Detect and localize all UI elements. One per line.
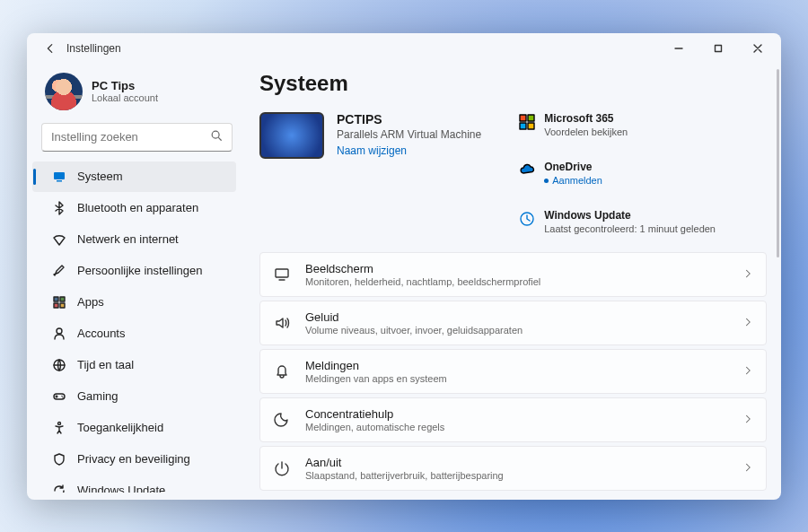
nav-item-time[interactable]: Tijd en taal xyxy=(32,350,236,380)
setting-sub: Volume niveaus, uitvoer, invoer, geluids… xyxy=(305,325,728,336)
nav-item-system[interactable]: Systeem xyxy=(32,161,236,192)
svg-rect-5 xyxy=(60,297,65,301)
svg-point-1 xyxy=(212,131,219,138)
setting-sub: Slaapstand, batterijverbruik, batterijbe… xyxy=(305,470,728,481)
svg-rect-6 xyxy=(54,303,58,308)
setting-row-power[interactable]: Aan/uit Slaapstand, batterijverbruik, ba… xyxy=(259,446,767,491)
search-input[interactable] xyxy=(51,130,210,144)
setting-row-display[interactable]: Beeldscherm Monitoren, helderheid, nacht… xyxy=(259,252,767,297)
nav-item-apps[interactable]: Apps xyxy=(32,287,236,318)
display-icon xyxy=(273,266,291,283)
svg-rect-2 xyxy=(54,172,65,179)
avatar xyxy=(45,73,83,110)
device-model: Parallels ARM Virtual Machine xyxy=(337,128,481,141)
apps-icon xyxy=(52,295,66,310)
chevron-right-icon xyxy=(742,315,753,331)
rename-link[interactable]: Naam wijzigen xyxy=(337,144,481,157)
setting-row-sound[interactable]: Geluid Volume niveaus, uitvoer, invoer, … xyxy=(259,301,767,345)
nav-item-accessibility[interactable]: Toegankelijkheid xyxy=(32,413,236,443)
search-box[interactable] xyxy=(41,123,233,152)
device-thumbnail xyxy=(259,112,324,159)
svg-point-11 xyxy=(58,422,61,424)
setting-title: Concentratiehulp xyxy=(305,407,728,421)
nav-item-network[interactable]: Netwerk en internet xyxy=(32,224,236,255)
tile-onedrive[interactable]: OneDrive Aanmelden xyxy=(519,161,654,186)
globe-icon xyxy=(52,358,66,372)
device-card: PCTIPS Parallels ARM Virtual Machine Naa… xyxy=(259,112,481,159)
settings-window: Instellingen PC Tips Lokaal account Syst… xyxy=(27,33,781,500)
setting-row-focus[interactable]: Concentratiehulp Meldingen, automatische… xyxy=(259,397,767,442)
tile-microsoft365[interactable]: Microsoft 365 Voordelen bekijken xyxy=(519,112,654,137)
brush-icon xyxy=(52,264,66,278)
sound-icon xyxy=(273,314,291,332)
nav-item-gaming[interactable]: Gaming xyxy=(32,381,236,412)
search-icon xyxy=(210,129,223,144)
nav-item-label: Persoonlijke instellingen xyxy=(77,264,202,277)
update-icon xyxy=(519,211,535,227)
accessibility-icon xyxy=(52,421,66,435)
tile-windows-update[interactable]: Windows Update Laatst gecontroleerd: 1 m… xyxy=(519,209,716,234)
nav-item-privacy[interactable]: Privacy en beveiliging xyxy=(32,444,236,475)
page-title: Systeem xyxy=(259,71,772,96)
svg-rect-0 xyxy=(716,45,722,51)
svg-point-8 xyxy=(57,328,62,334)
bell-icon xyxy=(273,362,291,380)
nav-item-label: Accounts xyxy=(77,327,125,340)
nav-item-update[interactable]: Windows Update xyxy=(32,475,236,493)
svg-rect-13 xyxy=(528,115,534,121)
back-button[interactable] xyxy=(38,36,63,61)
svg-rect-14 xyxy=(520,123,526,129)
nav-item-label: Windows Update xyxy=(77,484,165,493)
tile-label: Microsoft 365 xyxy=(544,112,628,125)
tile-sub: Voordelen bekijken xyxy=(544,126,628,137)
person-icon xyxy=(52,327,66,341)
minimize-button[interactable] xyxy=(659,35,698,62)
setting-title: Beeldscherm xyxy=(305,262,728,275)
onedrive-icon xyxy=(519,162,535,179)
svg-rect-12 xyxy=(520,115,526,121)
tile-sub[interactable]: Aanmelden xyxy=(544,175,602,186)
tile-sub: Laatst gecontroleerd: 1 minuut geleden xyxy=(544,223,716,234)
update-icon xyxy=(52,484,66,493)
nav-item-accounts[interactable]: Accounts xyxy=(32,318,236,349)
nav-item-label: Gaming xyxy=(77,389,119,403)
gamepad-icon xyxy=(52,389,66,404)
scrollbar[interactable] xyxy=(777,69,779,257)
nav-item-label: Netwerk en internet xyxy=(77,232,179,246)
setting-title: Geluid xyxy=(305,310,728,324)
user-name: PC Tips xyxy=(92,79,158,93)
bluetooth-icon xyxy=(52,201,66,215)
wifi-icon xyxy=(52,232,66,247)
setting-title: Aan/uit xyxy=(305,456,728,469)
setting-title: Meldingen xyxy=(305,359,728,372)
power-icon xyxy=(273,459,291,477)
moon-icon xyxy=(273,411,291,429)
nav-item-bluetooth[interactable]: Bluetooth en apparaten xyxy=(32,193,236,223)
setting-sub: Meldingen, automatische regels xyxy=(305,422,728,432)
sidebar: PC Tips Lokaal account SysteemBluetooth … xyxy=(27,64,247,500)
system-icon xyxy=(52,170,66,184)
svg-rect-7 xyxy=(60,303,65,308)
microsoft-icon xyxy=(519,114,535,130)
settings-list: Beeldscherm Monitoren, helderheid, nacht… xyxy=(259,252,767,491)
svg-rect-3 xyxy=(57,180,62,182)
svg-rect-15 xyxy=(528,123,534,129)
setting-sub: Monitoren, helderheid, nachtlamp, beelds… xyxy=(305,276,728,287)
close-button[interactable] xyxy=(738,35,777,62)
svg-rect-4 xyxy=(54,297,58,301)
nav-item-label: Tijd en taal xyxy=(77,358,134,371)
tile-label: Windows Update xyxy=(544,209,716,222)
titlebar: Instellingen xyxy=(27,33,781,64)
nav-item-label: Bluetooth en apparaten xyxy=(77,201,198,214)
nav: SysteemBluetooth en apparatenNetwerk en … xyxy=(27,161,247,493)
setting-row-notifications[interactable]: Meldingen Meldingen van apps en systeem xyxy=(259,349,767,394)
user-card[interactable]: PC Tips Lokaal account xyxy=(27,69,247,123)
chevron-right-icon xyxy=(742,412,753,428)
shield-icon xyxy=(52,452,66,467)
setting-sub: Meldingen van apps en systeem xyxy=(305,373,728,384)
nav-item-label: Systeem xyxy=(77,170,123,183)
nav-item-personalization[interactable]: Persoonlijke instellingen xyxy=(32,256,236,286)
maximize-button[interactable] xyxy=(698,35,738,62)
chevron-right-icon xyxy=(742,363,753,379)
main-panel: Systeem PCTIPS Parallels ARM Virtual Mac… xyxy=(247,64,781,500)
